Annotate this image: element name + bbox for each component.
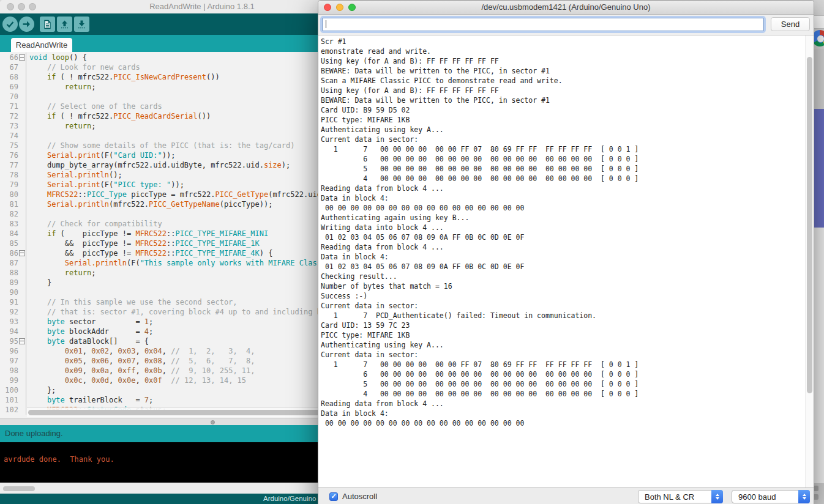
- text-cursor: [326, 20, 326, 28]
- serial-output-line: Scr #1: [321, 37, 805, 46]
- send-button[interactable]: Send: [771, 17, 810, 31]
- serial-output-line: Data in block 4:: [321, 193, 805, 203]
- console-hscrollbar-thumb[interactable]: [3, 486, 35, 491]
- serial-output-line: Data in block 4:: [321, 252, 805, 262]
- serial-output-line: Authenticating using key A...: [321, 340, 805, 350]
- serial-output-line: Scan a MIFARE Classic PICC to demonstrat…: [321, 76, 805, 86]
- serial-output-line: 6 00 00 00 00 00 00 00 00 00 00 00 00 00…: [321, 154, 805, 164]
- serial-bottom-bar: Autoscroll Both NL & CR 9600 baud: [318, 487, 814, 504]
- serial-output-line: Using key (for A and B): FF FF FF FF FF …: [321, 86, 805, 95]
- upload-arrow-icon: [22, 20, 31, 29]
- serial-output-line: 01 02 03 04 05 06 07 08 09 0A FF 0B 0C 0…: [321, 232, 805, 242]
- serial-output-line: Authenticating again using key B...: [321, 213, 805, 223]
- fold-marker-icon[interactable]: [18, 53, 26, 62]
- upload-button[interactable]: [19, 17, 34, 32]
- serial-output-line: 5 00 00 00 00 00 00 00 00 00 00 00 00 00…: [321, 379, 805, 389]
- serial-output-line: Current data in sector:: [321, 350, 805, 360]
- serial-output-line: 4 00 00 00 00 00 00 00 00 00 00 00 00 00…: [321, 389, 805, 399]
- serial-output-line: Reading data from block 4 ...: [321, 242, 805, 252]
- serial-output-line: Reading data from block 4 ...: [321, 183, 805, 193]
- stepper-chevrons-icon: [798, 490, 810, 503]
- baud-rate-value: 9600 baud: [732, 492, 798, 502]
- serial-send-row: Send: [318, 15, 814, 35]
- serial-output-line: 4 00 00 00 00 00 00 00 00 00 00 00 00 00…: [321, 174, 805, 183]
- status-message: Done uploading.: [5, 429, 63, 438]
- serial-output-line: Checking result...: [321, 272, 805, 281]
- serial-output-line: PICC type: MIFARE 1KB: [321, 115, 805, 125]
- serial-window-title: /dev/cu.usbmodem1421 (Arduino/Genuino Un…: [318, 1, 814, 14]
- line-ending-dropdown[interactable]: Both NL & CR: [638, 490, 723, 503]
- tab-readandwrite[interactable]: ReadAndWrite: [11, 38, 72, 52]
- serial-titlebar[interactable]: /dev/cu.usbmodem1421 (Arduino/Genuino Un…: [318, 1, 814, 15]
- serial-vscrollbar[interactable]: [805, 35, 814, 487]
- verify-button[interactable]: [2, 17, 18, 32]
- baud-rate-dropdown[interactable]: 9600 baud: [732, 490, 810, 503]
- new-sketch-button[interactable]: [40, 17, 55, 32]
- serial-output-line: Card UID: B9 59 D5 02: [321, 105, 805, 115]
- autoscroll-label: Autoscroll: [342, 492, 377, 501]
- verify-check-icon: [6, 20, 15, 29]
- save-sketch-button[interactable]: [74, 17, 89, 32]
- serial-output-line: Current data in sector:: [321, 301, 805, 311]
- serial-output-line: 1 7 00 00 00 00 00 00 FF 07 80 69 FF FF …: [321, 360, 805, 369]
- serial-output-line: BEWARE: Data will be written to the PICC…: [321, 66, 805, 76]
- serial-output-line: Data in block 4:: [321, 409, 805, 418]
- serial-output-line: 1 7 00 00 00 00 00 00 FF 07 80 69 FF FF …: [321, 144, 805, 154]
- open-up-arrow-icon: [60, 20, 69, 29]
- save-down-arrow-icon: [77, 20, 86, 29]
- serial-output-line: Number of bytes that match = 16: [321, 281, 805, 291]
- serial-output-line: Success :-): [321, 291, 805, 301]
- serial-monitor-window: /dev/cu.usbmodem1421 (Arduino/Genuino Un…: [318, 0, 814, 504]
- serial-output-line: 1 7 PCD_Authenticate() failed: Timeout i…: [321, 311, 805, 321]
- serial-output-line: 00 00 00 00 00 00 00 00 00 00 00 00 00 0…: [321, 418, 805, 428]
- new-document-icon: [43, 20, 52, 29]
- serial-output-line: 01 02 03 04 05 06 07 08 09 0A FF 0B 0C 0…: [321, 262, 805, 272]
- serial-output-line: Using key (for A and B): FF FF FF FF FF …: [321, 56, 805, 66]
- serial-input[interactable]: [322, 18, 764, 31]
- open-sketch-button[interactable]: [57, 17, 72, 32]
- serial-output-line: Authenticating using key A...: [321, 125, 805, 135]
- line-ending-value: Both NL & CR: [639, 492, 711, 502]
- divider-grab-dot-icon[interactable]: [211, 420, 215, 424]
- serial-output-line: 6 00 00 00 00 00 00 00 00 00 00 00 00 00…: [321, 369, 805, 379]
- serial-vscrollbar-thumb[interactable]: [807, 57, 812, 393]
- serial-output[interactable]: Scr #1emonstrate read and write.Using ke…: [318, 35, 805, 487]
- serial-output-line: Writing data into block 4 ...: [321, 223, 805, 232]
- serial-output-line: 00 00 00 00 00 00 00 00 00 00 00 00 00 0…: [321, 203, 805, 213]
- serial-output-line: emonstrate read and write.: [321, 46, 805, 56]
- serial-output-line: Current data in sector:: [321, 135, 805, 144]
- serial-output-line: Card UID: 13 59 7C 23: [321, 321, 805, 330]
- serial-output-line: Reading data from block 4 ...: [321, 399, 805, 409]
- console-message: avrdude done. Thank you.: [4, 455, 114, 464]
- serial-output-line: PICC type: MIFARE 1KB: [321, 330, 805, 340]
- board-name-text: Arduino/Genuino: [263, 495, 316, 502]
- stepper-chevrons-icon: [711, 490, 723, 503]
- fold-marker-icon[interactable]: [18, 336, 26, 346]
- serial-output-line: BEWARE: Data will be written to the PICC…: [321, 95, 805, 105]
- fold-marker-icon[interactable]: [18, 248, 26, 258]
- autoscroll-checkbox[interactable]: [329, 492, 338, 501]
- serial-output-line: 5 00 00 00 00 00 00 00 00 00 00 00 00 00…: [321, 164, 805, 174]
